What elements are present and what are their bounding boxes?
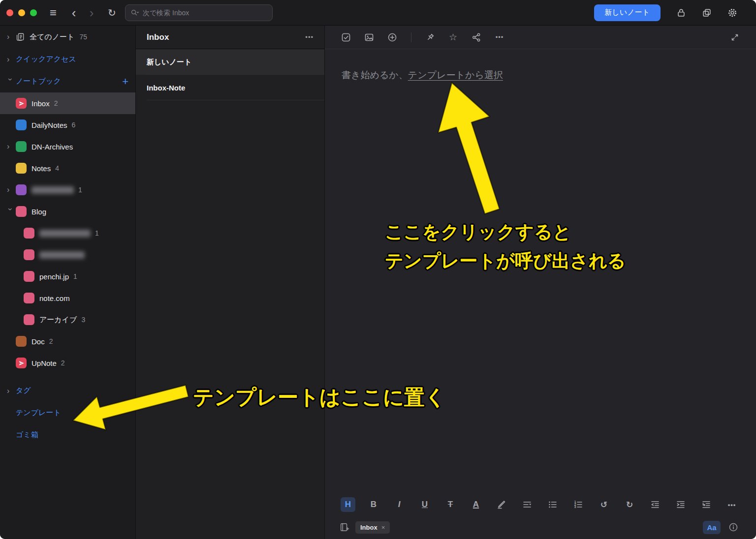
strikethrough-button[interactable]: T [443, 497, 458, 512]
notebook-count: 2 [54, 99, 58, 107]
notebook-count: 1 [73, 272, 77, 280]
sidebar-item-dn-archives[interactable]: ›DN-Archives [0, 136, 135, 157]
sidebar-item-doc[interactable]: ›Doc2 [0, 330, 135, 352]
bullet-list-button[interactable] [545, 497, 560, 512]
expand-icon[interactable] [728, 31, 741, 44]
redo-button[interactable]: ↻ [622, 497, 637, 512]
note-list-panel: Inbox ••• 新しいノートInbox-Note [136, 26, 325, 539]
close-window-button[interactable] [6, 9, 13, 16]
info-icon[interactable] [728, 522, 738, 532]
refresh-icon[interactable]: ↻ [108, 7, 116, 19]
templates-label: テンプレート [16, 408, 61, 418]
sidebar-item-templates[interactable]: テンプレート [0, 402, 135, 424]
more-button[interactable]: ••• [724, 497, 739, 512]
sidebar-item-blog[interactable]: ›Blog [0, 201, 135, 222]
add-to-notebook-icon[interactable] [340, 522, 349, 532]
notebook-label: note.com [39, 294, 70, 302]
align-button[interactable] [520, 497, 535, 512]
notebook-count: 2 [49, 337, 53, 345]
sidebar-item-penchi-jp[interactable]: ›penchi.jp1 [0, 266, 135, 287]
pin-icon[interactable] [424, 31, 437, 44]
sidebar-item-redacted[interactable]: ›1 [0, 222, 135, 244]
minimize-window-button[interactable] [18, 9, 25, 16]
chip-close-icon[interactable]: × [381, 524, 385, 531]
bold-button[interactable]: B [366, 497, 381, 512]
svg-text:3: 3 [574, 505, 576, 509]
underline-button[interactable]: U [417, 497, 432, 512]
chevron-right-icon[interactable]: › [7, 143, 16, 150]
all-notes-label: 全てのノート [30, 32, 74, 42]
editor-bottom-bar: Inbox × Aa [325, 515, 756, 539]
notebook-count: 2 [61, 359, 65, 367]
highlighter-button[interactable] [494, 497, 509, 512]
zoom-window-button[interactable] [30, 9, 37, 16]
numbered-list-button[interactable]: 123 [571, 497, 586, 512]
sidebar-item--[interactable]: ›アーカイブ3 [0, 309, 135, 330]
font-style-button[interactable]: Aa [703, 521, 721, 534]
chevron-right-icon[interactable]: › [7, 186, 16, 194]
indent-paragraph-button[interactable] [699, 497, 714, 512]
sidebar-item-trash[interactable]: ゴミ箱 [0, 424, 135, 446]
note-list-more-icon[interactable]: ••• [305, 33, 314, 41]
notebook-chip[interactable]: Inbox × [355, 521, 390, 534]
insert-icon[interactable] [386, 31, 399, 44]
notebook-label: DN-Archives [32, 143, 73, 151]
indent-button[interactable] [673, 497, 688, 512]
chevron-right-icon[interactable]: › [7, 56, 16, 63]
notebook-icon [16, 120, 27, 130]
more-icon[interactable]: ••• [493, 31, 506, 44]
star-icon[interactable]: ☆ [447, 31, 460, 44]
editor-panel: ☆••• 書き始めるか、テンプレートから選択 HBIUTA123↺↻••• In… [325, 26, 756, 539]
sidebar-item-dailynotes[interactable]: ›DailyNotes6 [0, 114, 135, 136]
heading-button[interactable]: H [341, 497, 355, 512]
share-icon[interactable] [470, 31, 483, 44]
notebook-label: UpNote [32, 359, 57, 367]
undo-button[interactable]: ↺ [597, 497, 611, 512]
copy-windows-icon[interactable] [702, 8, 712, 18]
note-list-header: Inbox ••• [136, 26, 324, 49]
sidebar-item-notebooks[interactable]: › ノートブック + [0, 70, 135, 92]
sidebar-item-redacted[interactable]: ›1 [0, 179, 135, 201]
chevron-down-icon[interactable]: › [6, 208, 14, 217]
note-list-item[interactable]: 新しいノート [136, 49, 324, 75]
checklist-icon[interactable] [340, 31, 352, 44]
notebook-chip-label: Inbox [360, 524, 378, 531]
outdent-button[interactable] [648, 497, 662, 512]
gear-icon[interactable] [727, 8, 737, 18]
notebook-icon [24, 314, 34, 325]
sidebar-item-note-com[interactable]: ›note.com [0, 287, 135, 309]
sidebar-item-quick-access[interactable]: › クイックアクセス [0, 48, 135, 70]
search-input[interactable] [143, 9, 267, 17]
image-icon[interactable] [363, 31, 376, 44]
search-box[interactable] [125, 4, 273, 21]
chevron-right-icon[interactable]: › [7, 33, 16, 41]
sidebar-item-inbox[interactable]: ›Inbox2 [0, 92, 135, 114]
sidebar-item-upnote[interactable]: ›UpNote2 [0, 352, 135, 374]
note-list-item[interactable]: Inbox-Note [136, 75, 324, 100]
back-icon[interactable]: ‹ [68, 6, 79, 19]
toolbar-divider [411, 32, 411, 42]
lock-icon[interactable] [676, 8, 686, 18]
tags-label: タグ [16, 386, 31, 395]
text-color-button[interactable]: A [469, 497, 483, 512]
notebook-count: 3 [81, 316, 85, 324]
sidebar-item-redacted[interactable]: › [0, 244, 135, 266]
notebook-label: アーカイブ [39, 315, 77, 325]
all-notes-count: 75 [79, 33, 87, 41]
note-title: 新しいノート [147, 58, 191, 67]
add-notebook-button[interactable]: + [122, 76, 128, 87]
format-toolbar: HBIUTA123↺↻••• [325, 494, 756, 515]
chevron-down-icon[interactable]: › [6, 78, 14, 87]
notebook-label: Blog [32, 208, 46, 216]
forward-icon[interactable]: › [86, 6, 97, 19]
sidebar-item-notes[interactable]: ›Notes4 [0, 157, 135, 179]
chevron-right-icon[interactable]: › [7, 387, 16, 395]
redacted-label [32, 186, 74, 194]
template-select-link[interactable]: テンプレートから選択 [408, 70, 503, 80]
sidebar-item-all-notes[interactable]: › 全てのノート 75 [0, 26, 135, 48]
italic-button[interactable]: I [392, 497, 407, 512]
editor-content[interactable]: 書き始めるか、テンプレートから選択 [325, 49, 756, 494]
sidebar-item-tags[interactable]: › タグ [0, 380, 135, 402]
sidebar-toggle-icon[interactable]: ≡ [50, 6, 57, 20]
new-note-button[interactable]: 新しいノート [594, 4, 661, 21]
